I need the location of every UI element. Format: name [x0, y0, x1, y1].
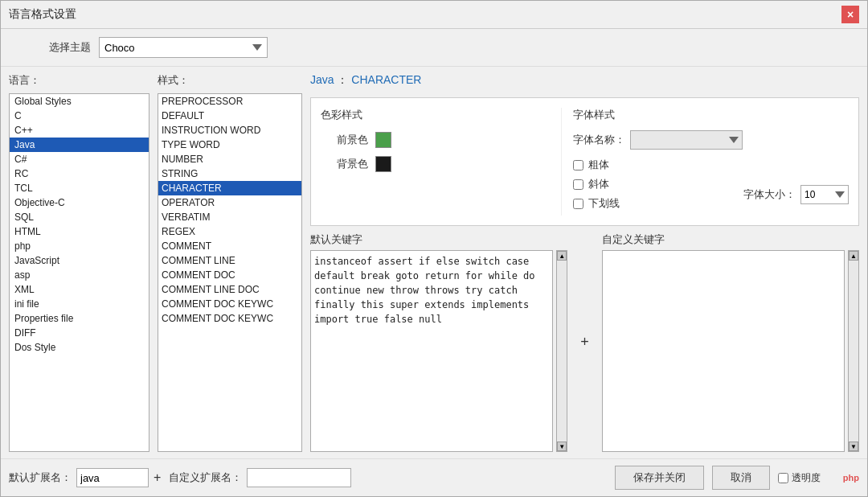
lang-item-ini[interactable]: ini file: [10, 297, 149, 311]
style-string[interactable]: STRING: [158, 166, 301, 181]
style-typeword[interactable]: TYPE WORD: [158, 138, 301, 152]
underline-checkbox[interactable]: [573, 199, 583, 209]
lang-item-dos[interactable]: Dos Style: [10, 340, 149, 355]
style-list[interactable]: PREPROCESSOR DEFAULT INSTRUCTION WORD TY…: [158, 93, 302, 452]
foreground-row: 前景色: [321, 132, 550, 148]
default-keyword-textarea[interactable]: instanceof assert if else switch case de…: [310, 250, 553, 452]
default-keyword-title: 默认关键字: [310, 232, 567, 247]
font-section: 字体样式 字体名称： 粗体: [561, 108, 849, 216]
custom-scroll-up-btn[interactable]: ▲: [849, 251, 858, 261]
style-commentdoc[interactable]: COMMENT DOC: [158, 268, 301, 282]
ext-plus-button[interactable]: +: [154, 470, 161, 485]
main-window: 语言格式设置 × 选择主题 Choco Default Dark Light 语…: [0, 0, 868, 497]
lang-item-diff[interactable]: DIFF: [10, 326, 149, 340]
transparent-row: 透明度: [778, 471, 821, 485]
scroll-up-btn[interactable]: ▲: [557, 251, 567, 261]
save-button[interactable]: 保存并关闭: [615, 466, 704, 490]
title-bar: 语言格式设置 ×: [1, 1, 867, 29]
lang-item-xml[interactable]: XML: [10, 282, 149, 297]
lang-item-properties[interactable]: Properties file: [10, 311, 149, 326]
custom-keyword-title: 自定义关键字: [602, 232, 859, 247]
style-commentlinedoc[interactable]: COMMENT LINE DOC: [158, 282, 301, 297]
custom-ext-section: 自定义扩展名：: [169, 468, 351, 487]
default-ext-section: 默认扩展名： +: [9, 468, 161, 487]
transparent-label: 透明度: [792, 471, 821, 485]
style-verbatim[interactable]: VERBATIM: [158, 210, 301, 224]
ext-input[interactable]: [76, 468, 149, 487]
custom-ext-input[interactable]: [247, 468, 351, 487]
style-preprocessor[interactable]: PREPROCESSOR: [158, 94, 301, 109]
lang-item-rc[interactable]: RC: [10, 166, 149, 181]
right-title: Java ： CHARACTER: [310, 73, 859, 91]
lang-item-csharp[interactable]: C#: [10, 152, 149, 166]
bold-checkbox[interactable]: [573, 160, 583, 170]
lang-item-js[interactable]: JavaScript: [10, 253, 149, 268]
font-size-select[interactable]: 10 8 9 11 12 14: [800, 185, 849, 204]
custom-keyword-textarea[interactable]: [602, 250, 845, 452]
lang-item-sql[interactable]: SQL: [10, 210, 149, 224]
style-operator[interactable]: OPERATOR: [158, 195, 301, 210]
close-button[interactable]: ×: [841, 6, 859, 23]
custom-keyword-scrollbar: ▲ ▼: [848, 250, 859, 452]
lang-item-java[interactable]: Java: [10, 138, 149, 152]
underline-row: 下划线: [573, 196, 620, 211]
lang-item-tcl[interactable]: TCL: [10, 181, 149, 195]
style-regex[interactable]: REGEX: [158, 224, 301, 239]
ext-label: 默认扩展名：: [9, 470, 72, 485]
style-comment[interactable]: COMMENT: [158, 239, 301, 253]
color-section: 色彩样式 前景色 背景色: [321, 108, 550, 216]
font-size-row: 字体大小： 10 8 9 11 12 14: [743, 185, 849, 204]
scroll-down-btn[interactable]: ▼: [557, 442, 567, 451]
underline-label: 下划线: [588, 196, 620, 211]
font-section-title: 字体样式: [573, 108, 849, 122]
theme-select[interactable]: Choco Default Dark Light: [99, 37, 268, 58]
lang-item-objc[interactable]: Objective-C: [10, 195, 149, 210]
lang-item-php[interactable]: php: [10, 239, 149, 253]
language-label: 语言：: [9, 73, 149, 88]
font-name-label: 字体名称：: [573, 133, 625, 147]
foreground-color-swatch[interactable]: [375, 132, 391, 148]
breadcrumb-separator: ：: [337, 73, 348, 86]
style-instruction[interactable]: INSTRUCTION WORD: [158, 123, 301, 138]
style-character[interactable]: CHARACTER: [158, 181, 301, 195]
style-label: 样式：: [158, 73, 302, 88]
lang-item-cpp[interactable]: C++: [10, 123, 149, 138]
language-panel: 语言： Global Styles C C++ Java C# RC TCL O…: [9, 73, 149, 452]
style-commentline[interactable]: COMMENT LINE: [158, 253, 301, 268]
style-commentdockw1[interactable]: COMMENT DOC KEYWC: [158, 297, 301, 311]
theme-label: 选择主题: [49, 40, 91, 55]
style-default[interactable]: DEFAULT: [158, 109, 301, 123]
cancel-button[interactable]: 取消: [712, 466, 770, 490]
lang-item-global-styles[interactable]: Global Styles: [10, 94, 149, 109]
custom-keyword-inner: ▲ ▼: [602, 250, 859, 452]
italic-label: 斜体: [588, 177, 609, 191]
bold-row: 粗体: [573, 158, 620, 172]
font-name-select[interactable]: [630, 130, 743, 150]
style-commentdockw2[interactable]: COMMENT DOC KEYWC: [158, 311, 301, 326]
theme-row: 选择主题 Choco Default Dark Light: [1, 29, 867, 67]
right-panel: Java ： CHARACTER 色彩样式 前景色 背景色: [310, 73, 859, 452]
background-color-swatch[interactable]: [375, 156, 391, 172]
transparent-checkbox[interactable]: [778, 473, 788, 483]
foreground-label: 前景色: [337, 133, 369, 147]
color-section-title: 色彩样式: [321, 108, 550, 122]
italic-row: 斜体: [573, 177, 620, 191]
lang-item-asp[interactable]: asp: [10, 268, 149, 282]
custom-scroll-down-btn[interactable]: ▼: [849, 442, 858, 451]
lang-item-c[interactable]: C: [10, 109, 149, 123]
keyword-row: 默认关键字 instanceof assert if else switch c…: [310, 232, 859, 452]
default-keyword-inner: instanceof assert if else switch case de…: [310, 250, 567, 452]
window-title: 语言格式设置: [9, 7, 76, 22]
style-panel: 样式： PREPROCESSOR DEFAULT INSTRUCTION WOR…: [158, 73, 302, 452]
font-name-row: 字体名称：: [573, 130, 849, 150]
php-logo: php: [843, 473, 859, 483]
italic-checkbox[interactable]: [573, 179, 583, 190]
style-number[interactable]: NUMBER: [158, 152, 301, 166]
bold-label: 粗体: [588, 158, 609, 172]
custom-keyword-section: 自定义关键字 ▲ ▼: [602, 232, 859, 452]
breadcrumb-style: CHARACTER: [351, 73, 421, 86]
add-keyword-button[interactable]: +: [577, 334, 592, 351]
language-list[interactable]: Global Styles C C++ Java C# RC TCL Objec…: [9, 93, 149, 452]
breadcrumb-lang: Java: [310, 73, 334, 86]
lang-item-html[interactable]: HTML: [10, 224, 149, 239]
